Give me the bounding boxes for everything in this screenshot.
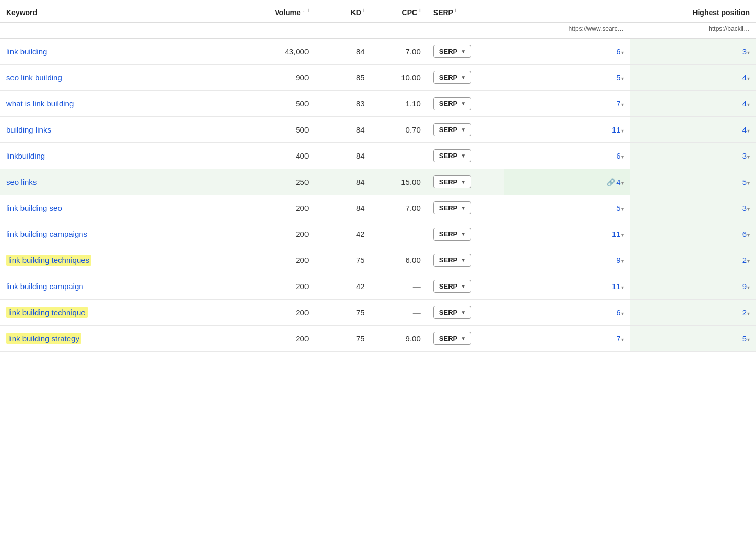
serp-dropdown-arrow: ▼: [460, 257, 466, 263]
pos2-arrow: ▾: [747, 232, 750, 238]
keyword-link[interactable]: link building campaigns: [6, 230, 87, 238]
pos2-value: 4: [742, 125, 747, 134]
pos1-value: 6: [616, 151, 620, 160]
position1-cell: 6▾: [504, 38, 630, 65]
serp-info-icon[interactable]: i: [455, 7, 457, 13]
keyword-link[interactable]: seo links: [6, 177, 37, 186]
kd-cell: 42: [315, 273, 371, 299]
serp-dropdown-arrow: ▼: [460, 336, 466, 341]
pos2-arrow: ▾: [747, 258, 750, 264]
pos2-arrow: ▾: [747, 102, 750, 108]
kd-info-icon[interactable]: i: [363, 7, 365, 13]
table-row: link building campaigns20042—SERP ▼11▾6▾: [0, 221, 756, 247]
serp-button[interactable]: SERP ▼: [433, 332, 471, 345]
serp-button[interactable]: SERP ▼: [433, 175, 471, 188]
serp-cell: SERP ▼: [427, 273, 504, 299]
pos2-arrow: ▾: [747, 337, 750, 342]
serp-dropdown-arrow: ▼: [460, 101, 466, 106]
position2-cell: 5▾: [630, 169, 756, 195]
position2-cell: 6▾: [630, 221, 756, 247]
serp-button[interactable]: SERP ▼: [433, 201, 471, 214]
keyword-link[interactable]: building links: [6, 125, 51, 134]
kd-cell: 75: [315, 325, 371, 351]
kd-cell: 84: [315, 195, 371, 221]
cpc-cell: 9.00: [371, 325, 427, 351]
serp-button[interactable]: SERP ▼: [433, 228, 471, 241]
sub-header-site1: https://www.searc…: [504, 22, 630, 38]
keyword-link[interactable]: link building campaign: [6, 282, 84, 291]
pos1-arrow: ▾: [621, 232, 624, 238]
cpc-cell: —: [371, 142, 427, 169]
sub-header-site2: https://backli…: [630, 22, 756, 38]
serp-button[interactable]: SERP ▼: [433, 123, 471, 136]
kd-cell: 75: [315, 247, 371, 273]
volume-sort-icon: ↓: [303, 7, 305, 13]
volume-cell: 200: [238, 195, 315, 221]
serp-label: SERP: [439, 152, 457, 160]
pos1-value: 7: [616, 99, 620, 108]
pos1-arrow: ▾: [621, 284, 624, 290]
pos1-arrow: ▾: [621, 76, 624, 81]
keyword-link[interactable]: linkbuilding: [6, 151, 45, 160]
kd-cell: 84: [315, 116, 371, 142]
keyword-link[interactable]: link building techniques: [6, 255, 91, 266]
serp-dropdown-arrow: ▼: [460, 283, 466, 289]
serp-label: SERP: [439, 308, 457, 316]
keyword-link[interactable]: link building: [6, 47, 47, 56]
pos2-value: 4: [742, 73, 747, 82]
sub-header-row: https://www.searc… https://backli…: [0, 22, 756, 38]
keyword-link[interactable]: seo link building: [6, 73, 62, 82]
header-kd: KD i: [315, 0, 371, 22]
keyword-cell: link building: [0, 38, 238, 65]
cpc-cell: 7.00: [371, 38, 427, 65]
serp-button[interactable]: SERP ▼: [433, 149, 471, 162]
keyword-link[interactable]: link building technique: [6, 307, 88, 318]
serp-label: SERP: [439, 282, 457, 290]
volume-info-icon[interactable]: i: [308, 7, 309, 13]
volume-cell: 200: [238, 247, 315, 273]
keyword-cell: link building seo: [0, 195, 238, 221]
pos1-arrow: ▾: [621, 311, 624, 316]
table-row: link building techniques200756.00SERP ▼9…: [0, 247, 756, 273]
position2-cell: 3▾: [630, 142, 756, 169]
pos2-value: 2: [742, 256, 747, 265]
serp-button[interactable]: SERP ▼: [433, 97, 471, 110]
serp-label: SERP: [439, 335, 457, 342]
serp-label: SERP: [439, 100, 457, 108]
table-row: link building campaign20042—SERP ▼11▾9▾: [0, 273, 756, 299]
position2-cell: 3▾: [630, 38, 756, 65]
header-cpc: CPC i: [371, 0, 427, 22]
volume-cell: 43,000: [238, 38, 315, 65]
position2-cell: 2▾: [630, 299, 756, 325]
keyword-link[interactable]: link building seo: [6, 204, 62, 212]
serp-button[interactable]: SERP ▼: [433, 306, 471, 319]
serp-dropdown-arrow: ▼: [460, 231, 466, 237]
volume-cell: 500: [238, 90, 315, 116]
table-row: link building strategy200759.00SERP ▼7▾5…: [0, 325, 756, 351]
serp-cell: SERP ▼: [427, 247, 504, 273]
keyword-link[interactable]: link building strategy: [6, 333, 81, 344]
volume-cell: 200: [238, 273, 315, 299]
keyword-cell: link building campaign: [0, 273, 238, 299]
serp-label: SERP: [439, 126, 457, 134]
serp-label: SERP: [439, 230, 457, 238]
serp-cell: SERP ▼: [427, 325, 504, 351]
keyword-link[interactable]: what is link building: [6, 99, 74, 108]
pos2-arrow: ▾: [747, 284, 750, 290]
volume-cell: 200: [238, 299, 315, 325]
pos2-value: 5: [742, 177, 747, 186]
pos2-arrow: ▾: [747, 180, 750, 186]
serp-cell: SERP ▼: [427, 38, 504, 65]
serp-button[interactable]: SERP ▼: [433, 71, 471, 84]
serp-button[interactable]: SERP ▼: [433, 254, 471, 267]
position2-cell: 4▾: [630, 116, 756, 142]
keyword-table: Keyword Volume ↓ i KD i CPC i SERP i: [0, 0, 756, 352]
header-keyword: Keyword: [0, 0, 238, 22]
serp-button[interactable]: SERP ▼: [433, 280, 471, 293]
kd-cell: 42: [315, 221, 371, 247]
cpc-info-icon[interactable]: i: [419, 7, 421, 13]
pos2-value: 3: [742, 204, 747, 212]
pos1-value: 4: [616, 177, 620, 186]
table-row: link building43,000847.00SERP ▼6▾3▾: [0, 38, 756, 65]
serp-button[interactable]: SERP ▼: [433, 45, 471, 58]
